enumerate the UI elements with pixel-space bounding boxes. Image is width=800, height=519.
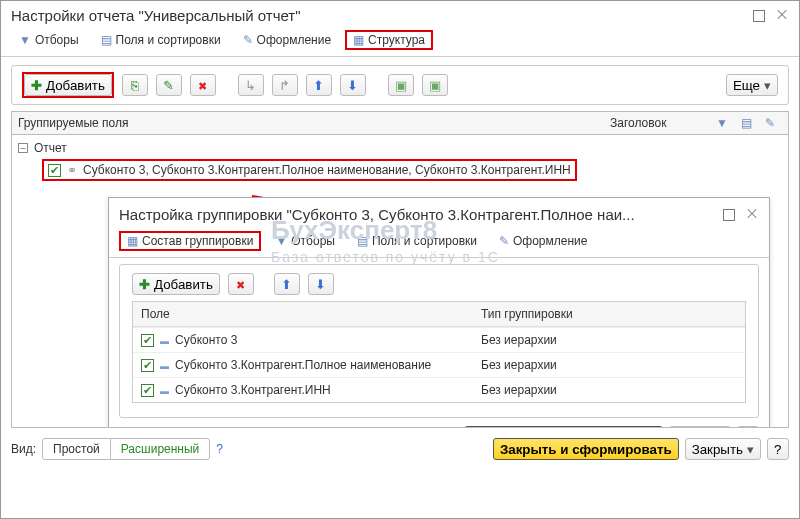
col-design-icon[interactable]: ✎	[758, 116, 782, 130]
add-button[interactable]: ✚Добавить	[24, 74, 112, 96]
view-simple[interactable]: Простой	[43, 439, 110, 459]
move-up-button[interactable]	[306, 74, 332, 96]
delete-icon	[236, 277, 245, 292]
brush-icon: ✎	[499, 234, 509, 248]
col-group-fields: Группируемые поля	[18, 116, 610, 130]
root-row[interactable]: – Отчет	[18, 139, 782, 157]
footer-help-link[interactable]: ?	[216, 442, 223, 456]
arrow-up-icon	[281, 277, 292, 292]
paste-icon	[429, 78, 441, 93]
grid-header: Группируемые поля Заголовок ▼ ▤ ✎	[11, 111, 789, 134]
sub-tab-filters[interactable]: ▼Отборы	[267, 231, 343, 251]
sub-close-icon[interactable]	[747, 209, 759, 221]
tab-fields[interactable]: ▤Поля и сортировки	[93, 30, 229, 50]
footer-help-button[interactable]: ?	[767, 438, 789, 460]
main-tabs: ▼Отборы ▤Поля и сортировки ✎Оформление ▦…	[1, 30, 799, 57]
group-button[interactable]: ⎘	[122, 74, 148, 96]
sub-col-type: Тип группировки	[481, 307, 737, 321]
titlebar: Настройки отчета "Универсальный отчет"	[1, 1, 799, 30]
check-icon[interactable]: ✔	[141, 384, 154, 397]
table-row[interactable]: ✔Субконто 3 Без иерархии	[133, 327, 745, 352]
tab-filters[interactable]: ▼Отборы	[11, 30, 87, 50]
arrow-up-icon	[313, 78, 324, 93]
brush-icon: ✎	[243, 33, 253, 47]
window-controls	[753, 10, 789, 22]
tab-structure[interactable]: ▦Структура	[345, 30, 433, 50]
window-title: Настройки отчета "Универсальный отчет"	[11, 7, 753, 24]
sub-move-up-button[interactable]	[274, 273, 300, 295]
sub-move-down-button[interactable]	[308, 273, 334, 295]
sub-maximize-icon[interactable]	[723, 209, 735, 221]
grouping-subwindow: Настройка группировки "Субконто 3, Субко…	[108, 197, 770, 428]
check-icon[interactable]: ✔	[141, 359, 154, 372]
group-icon: ⎘	[131, 78, 139, 93]
check-icon[interactable]: ✔	[141, 334, 154, 347]
table-row[interactable]: ✔Субконто 3.Контрагент.ИНН Без иерархии	[133, 377, 745, 402]
help-button[interactable]: ?	[737, 426, 759, 428]
settings-window: Настройки отчета "Универсальный отчет" ▼…	[0, 0, 800, 519]
sub-frame: ✚Добавить Поле Тип группировки ✔Субконто…	[119, 264, 759, 418]
sub-tabs: ▦Состав группировки ▼Отборы ▤Поля и сорт…	[109, 231, 769, 258]
sub-add-button[interactable]: ✚Добавить	[132, 273, 220, 295]
arrow-down-icon	[347, 78, 358, 93]
sub-footer: Завершить редактирование Отмена ?	[109, 418, 769, 428]
funnel-icon: ▼	[275, 234, 287, 248]
copy-button[interactable]	[388, 74, 414, 96]
sub-grid-header: Поле Тип группировки	[133, 302, 745, 327]
sub-toolbar: ✚Добавить	[120, 265, 758, 295]
edit-button[interactable]	[156, 74, 182, 96]
funnel-icon: ▼	[19, 33, 31, 47]
move-left-icon	[245, 78, 256, 93]
cancel-button[interactable]: Отмена	[669, 426, 731, 428]
field-icon	[160, 358, 169, 372]
close-and-form-button[interactable]: Закрыть и сформировать	[493, 438, 679, 460]
close-button[interactable]: Закрыть	[685, 438, 761, 460]
sub-delete-button[interactable]	[228, 273, 254, 295]
plus-icon: ✚	[139, 277, 150, 292]
sub-title: Настройка группировки "Субконто 3, Субко…	[119, 206, 723, 223]
tab-design[interactable]: ✎Оформление	[235, 30, 339, 50]
collapse-icon[interactable]: –	[18, 143, 28, 153]
group-fields-text: Субконто 3, Субконто 3.Контрагент.Полное…	[83, 163, 571, 177]
delete-icon	[198, 78, 207, 93]
more-button[interactable]: Еще	[726, 74, 778, 96]
fields-icon: ▤	[357, 234, 368, 248]
footer: Вид: Простой Расширенный ? Закрыть и сфо…	[1, 428, 799, 470]
move-right-icon	[279, 78, 290, 93]
sub-titlebar: Настройка группировки "Субконто 3, Субко…	[109, 198, 769, 231]
table-row[interactable]: ✔Субконто 3.Контрагент.Полное наименован…	[133, 352, 745, 377]
sub-col-field: Поле	[141, 307, 481, 321]
view-segmented: Простой Расширенный	[42, 438, 210, 460]
group-row[interactable]: ✔ Субконто 3, Субконто 3.Контрагент.Полн…	[42, 157, 782, 183]
move-left-button[interactable]	[238, 74, 264, 96]
root-label: Отчет	[34, 141, 67, 155]
check-icon[interactable]: ✔	[48, 164, 61, 177]
close-icon[interactable]	[777, 10, 789, 22]
plus-icon: ✚	[31, 78, 42, 93]
finish-edit-button[interactable]: Завершить редактирование	[464, 426, 663, 428]
col-filter-icon[interactable]: ▼	[710, 116, 734, 130]
view-label: Вид:	[11, 442, 36, 456]
maximize-icon[interactable]	[753, 10, 765, 22]
arrow-down-icon	[315, 277, 326, 292]
chain-icon	[67, 163, 77, 177]
pencil-icon	[163, 78, 174, 93]
field-icon	[160, 383, 169, 397]
main-toolbar: ✚Добавить ⎘ Еще	[11, 65, 789, 105]
sub-grid: Поле Тип группировки ✔Субконто 3 Без иер…	[132, 301, 746, 403]
copy-icon	[395, 78, 407, 93]
col-title: Заголовок	[610, 116, 710, 130]
move-right-button[interactable]	[272, 74, 298, 96]
sub-tab-group[interactable]: ▦Состав группировки	[119, 231, 261, 251]
view-advanced[interactable]: Расширенный	[110, 439, 210, 459]
sub-tab-fields[interactable]: ▤Поля и сортировки	[349, 231, 485, 251]
sub-tab-design[interactable]: ✎Оформление	[491, 231, 595, 251]
fields-icon: ▤	[101, 33, 112, 47]
paste-button[interactable]	[422, 74, 448, 96]
group-tab-icon: ▦	[127, 234, 138, 248]
field-icon	[160, 333, 169, 347]
col-fields-icon[interactable]: ▤	[734, 116, 758, 130]
structure-icon: ▦	[353, 33, 364, 47]
move-down-button[interactable]	[340, 74, 366, 96]
delete-button[interactable]	[190, 74, 216, 96]
